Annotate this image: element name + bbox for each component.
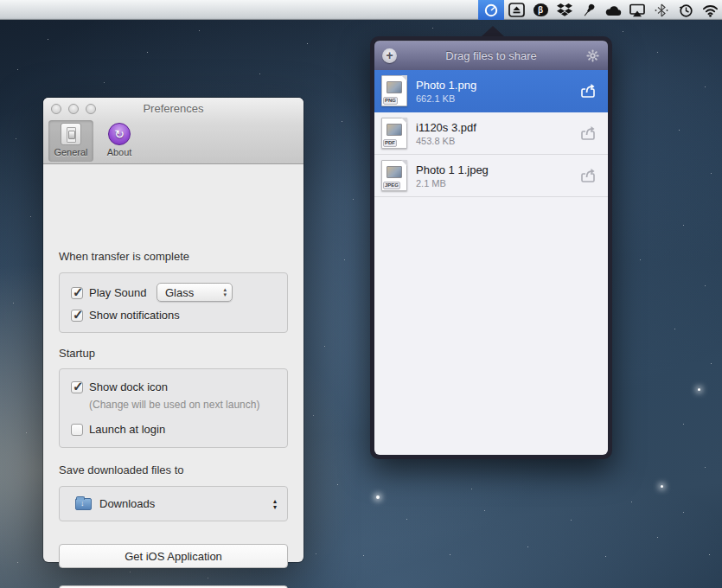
share-icon [578, 83, 599, 99]
get-ios-application-button[interactable]: Get iOS Application [59, 544, 288, 568]
file-badge: JPEG [383, 182, 400, 189]
menubar-airplay-icon[interactable] [625, 0, 649, 20]
play-sound-checkbox[interactable] [71, 287, 83, 299]
add-file-button[interactable]: + [382, 48, 397, 63]
bright-star [661, 485, 663, 488]
share-file-button[interactable] [578, 168, 599, 184]
tab-general-label: General [54, 147, 87, 157]
file-type-icon: PDF [381, 118, 407, 149]
file-row[interactable]: JPEG Photo 1 1.jpeg 2.1 MB [374, 155, 608, 197]
transfer-group-box: Play Sound Glass ▴▾ Show notifications [59, 272, 288, 333]
menubar-timemachine-icon[interactable] [674, 0, 698, 20]
preferences-content: When transfer is complete Play Sound Gla… [43, 165, 303, 562]
file-name: Photo 1.png [416, 79, 476, 92]
preferences-toolbar: General ↻ About [48, 120, 142, 162]
file-row[interactable]: PNG Photo 1.png 662.1 KB [374, 70, 608, 112]
settings-button[interactable] [585, 49, 600, 62]
dropbox-icon [557, 3, 572, 17]
cloud-icon [605, 4, 622, 16]
file-size: 2.1 MB [416, 178, 489, 189]
menu-bar: β [0, 0, 722, 20]
tab-about-label: About [107, 147, 132, 157]
show-dock-icon-label: Show dock icon [89, 380, 168, 393]
beta-icon: β [534, 3, 548, 16]
menubar-beta-icon[interactable]: β [528, 0, 553, 20]
file-size: 453.8 KB [416, 136, 476, 146]
startup-section-heading: Startup [59, 347, 95, 360]
popover-frame: + Drag files to share [370, 36, 612, 459]
share-file-button[interactable] [578, 83, 599, 99]
time-machine-icon [678, 3, 693, 18]
sound-select[interactable]: Glass ▴▾ [157, 283, 233, 302]
download-folder-select[interactable]: Downloads ▴▾ [59, 486, 288, 521]
menubar-pin-icon[interactable] [577, 0, 601, 20]
app-clock-icon [483, 3, 499, 18]
general-switch-icon [61, 123, 81, 145]
share-file-button[interactable] [578, 125, 599, 142]
eject-box-icon [508, 3, 525, 17]
popover-header: + Drag files to share [374, 41, 608, 70]
pin-icon [581, 3, 597, 18]
menubar-eject-icon[interactable] [504, 0, 528, 20]
launch-at-login-label: Launch at login [89, 423, 165, 436]
bright-star [698, 388, 700, 391]
transfer-section-heading: When transfer is complete [59, 250, 189, 263]
tab-general[interactable]: General [48, 120, 93, 162]
launch-at-login-checkbox[interactable] [71, 424, 83, 436]
sound-select-value: Glass [165, 286, 223, 299]
download-folder-value: Downloads [99, 497, 273, 510]
airplay-icon [629, 3, 645, 17]
startup-group-box: Show dock icon (Change will be used on n… [59, 368, 288, 448]
show-dock-icon-checkbox[interactable] [71, 381, 83, 393]
wifi-icon [702, 3, 719, 17]
window-title: Preferences [43, 102, 303, 115]
file-size: 662.1 KB [416, 93, 476, 104]
tab-about[interactable]: ↻ About [97, 120, 142, 162]
status-icons: β [478, 0, 722, 20]
file-type-icon: JPEG [381, 160, 407, 191]
file-name: Photo 1 1.jpeg [416, 163, 489, 176]
popover-title: Drag files to share [397, 49, 585, 62]
stepper-arrows-icon: ▴▾ [273, 498, 277, 510]
menubar-cloud-icon[interactable] [601, 0, 625, 20]
save-section-heading: Save downloaded files to [59, 463, 184, 476]
bluetooth-icon [654, 3, 669, 18]
file-name: i1120s 3.pdf [416, 121, 476, 134]
file-badge: PDF [383, 139, 397, 147]
window-chrome: Preferences General ↻ About [43, 98, 303, 164]
play-sound-label: Play Sound [89, 286, 147, 299]
gear-icon [586, 49, 599, 62]
show-notifications-checkbox[interactable] [71, 310, 83, 322]
menubar-dropbox-icon[interactable] [553, 0, 577, 20]
stepper-arrows-icon: ▴▾ [223, 287, 227, 297]
share-icon [578, 168, 599, 184]
downloads-folder-icon [75, 498, 92, 510]
preferences-window: Preferences General ↻ About When transfe… [43, 98, 303, 562]
file-row[interactable]: PDF i1120s 3.pdf 453.8 KB [374, 112, 608, 155]
file-badge: PNG [383, 97, 398, 105]
show-notifications-label: Show notifications [89, 309, 180, 322]
menubar-wifi-icon[interactable] [698, 0, 722, 20]
dock-change-note: (Change will be used on next launch) [89, 399, 259, 411]
about-swirl-icon: ↻ [108, 123, 131, 145]
share-icon [578, 125, 599, 142]
menubar-app-icon[interactable] [478, 0, 504, 20]
menubar-bluetooth-icon[interactable] [649, 0, 674, 20]
bright-star [376, 495, 380, 499]
file-list: PNG Photo 1.png 662.1 KB PDF [374, 70, 608, 455]
file-type-icon: PNG [381, 75, 407, 106]
